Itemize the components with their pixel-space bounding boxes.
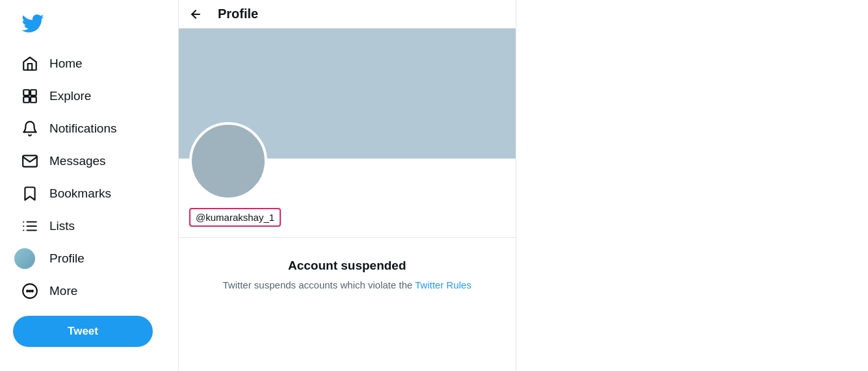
sidebar-item-bookmarks-label: Bookmarks bbox=[49, 186, 111, 201]
suspended-section: Account suspended Twitter suspends accou… bbox=[179, 238, 516, 314]
more-icon bbox=[21, 282, 39, 300]
sidebar-item-more-label: More bbox=[49, 284, 77, 298]
sidebar-item-messages[interactable]: Messages bbox=[13, 146, 165, 177]
sidebar-item-home[interactable]: Home bbox=[13, 48, 165, 79]
sidebar-item-notifications[interactable]: Notifications bbox=[13, 113, 165, 144]
home-icon bbox=[21, 55, 39, 73]
user-avatar bbox=[189, 122, 267, 200]
main-content: Profile @kumarakshay_1 Account suspended… bbox=[179, 0, 516, 371]
twitter-logo[interactable] bbox=[13, 6, 165, 43]
bookmarks-icon bbox=[21, 185, 39, 203]
svg-rect-2 bbox=[23, 97, 29, 103]
sidebar-item-notifications-label: Notifications bbox=[49, 122, 117, 136]
page-title: Profile bbox=[218, 6, 258, 21]
sidebar-item-explore-label: Explore bbox=[49, 89, 91, 103]
sidebar-item-more[interactable]: More bbox=[13, 275, 165, 307]
sidebar-item-profile[interactable]: Profile bbox=[13, 243, 165, 274]
sidebar: Home Explore Notifications bbox=[0, 0, 179, 371]
username-text: @kumarakshay_1 bbox=[189, 208, 281, 227]
notifications-icon bbox=[21, 120, 39, 138]
lists-icon bbox=[21, 217, 39, 235]
suspended-title: Account suspended bbox=[189, 259, 505, 273]
profile-info-section: @kumarakshay_1 bbox=[179, 159, 516, 238]
sidebar-item-bookmarks[interactable]: Bookmarks bbox=[13, 178, 165, 209]
sidebar-nav: Home Explore Notifications bbox=[13, 48, 165, 308]
messages-icon bbox=[21, 152, 39, 170]
twitter-rules-link[interactable]: Twitter Rules bbox=[415, 279, 471, 290]
suspended-description: Twitter suspends accounts which violate … bbox=[189, 278, 505, 293]
profile-avatar-small bbox=[21, 249, 39, 268]
svg-point-12 bbox=[29, 290, 31, 292]
svg-point-13 bbox=[32, 290, 33, 292]
avatar-container bbox=[189, 122, 505, 200]
svg-rect-0 bbox=[23, 90, 29, 96]
sidebar-item-explore[interactable]: Explore bbox=[13, 81, 165, 112]
back-button[interactable] bbox=[189, 8, 202, 21]
sidebar-item-profile-label: Profile bbox=[49, 251, 85, 266]
svg-rect-1 bbox=[31, 90, 36, 96]
page-header: Profile bbox=[179, 0, 516, 29]
sidebar-item-messages-label: Messages bbox=[49, 154, 106, 168]
right-panel bbox=[516, 0, 869, 371]
suspended-desc-prefix: Twitter suspends accounts which violate … bbox=[223, 279, 415, 290]
sidebar-item-lists-label: Lists bbox=[49, 219, 75, 233]
svg-rect-3 bbox=[31, 97, 36, 103]
svg-point-11 bbox=[27, 290, 28, 292]
sidebar-item-home-label: Home bbox=[49, 57, 83, 71]
sidebar-item-lists[interactable]: Lists bbox=[13, 211, 165, 242]
tweet-button[interactable]: Tweet bbox=[13, 316, 153, 347]
explore-icon bbox=[21, 87, 39, 105]
username-badge: @kumarakshay_1 bbox=[189, 208, 505, 227]
